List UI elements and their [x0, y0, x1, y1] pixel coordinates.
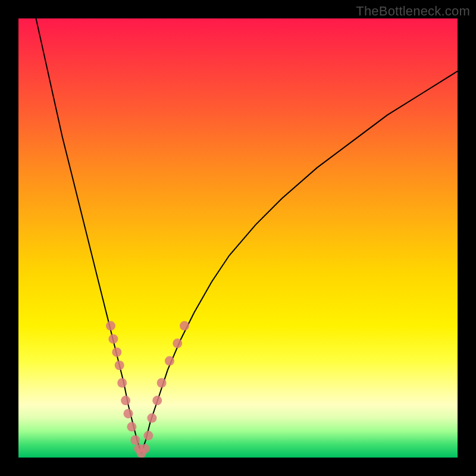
bead-marker [106, 321, 115, 331]
bead-marker [130, 436, 140, 445]
bead-marker [140, 444, 150, 453]
bead-marker [112, 347, 121, 357]
bead-marker [147, 414, 156, 423]
bead-marker [127, 422, 136, 431]
bead-marker [108, 334, 118, 344]
watermark-text: TheBottleneck.com [356, 4, 470, 19]
chart-container: TheBottleneck.com [0, 0, 476, 476]
bead-marker [180, 321, 189, 331]
bead-marker [117, 378, 127, 388]
bead-group [106, 321, 189, 458]
bead-marker [124, 409, 133, 418]
bead-marker [157, 378, 167, 388]
bead-marker [152, 396, 162, 405]
bead-marker [143, 431, 153, 440]
bead-marker [121, 396, 130, 405]
curve-left-branch [36, 18, 142, 453]
curve-right-branch [142, 71, 458, 453]
bead-marker [165, 356, 174, 366]
bead-marker [115, 361, 124, 370]
bead-marker [173, 339, 182, 348]
chart-svg [18, 18, 458, 458]
plot-area [18, 18, 458, 458]
